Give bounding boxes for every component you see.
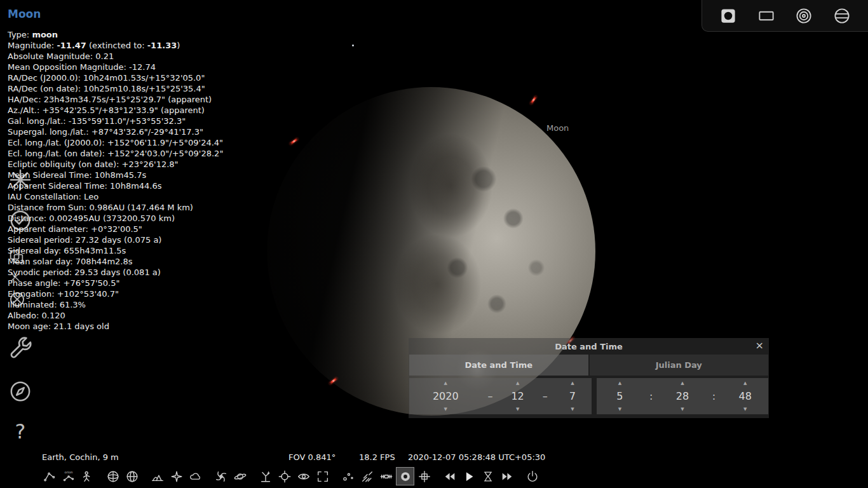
svg-text:orion: orion bbox=[64, 470, 72, 473]
ocular-settings-button[interactable] bbox=[831, 4, 853, 27]
azimuthal-grid-button[interactable] bbox=[123, 468, 140, 485]
equatorial-grid-button[interactable] bbox=[104, 468, 121, 485]
meteor-streak bbox=[530, 95, 537, 104]
hour-spinner: ▲ 5 ▼ bbox=[597, 378, 643, 414]
center-on-object-button[interactable] bbox=[276, 468, 293, 485]
constellation-lines-button[interactable] bbox=[41, 468, 58, 485]
spin-down-icon[interactable]: ▼ bbox=[618, 407, 621, 412]
info-line: Distance from Sun: 0.986AU (147.464 M km… bbox=[8, 202, 223, 213]
ocular-view-button[interactable] bbox=[397, 468, 414, 485]
meteor-streak bbox=[289, 138, 298, 145]
object-title: Moon bbox=[8, 8, 223, 20]
spin-up-icon[interactable]: ▲ bbox=[571, 381, 574, 386]
info-line: Apparent Sidereal Time: 10h8m44.6s bbox=[8, 180, 223, 191]
spin-down-icon[interactable]: ▼ bbox=[516, 407, 519, 412]
info-line: RA/Dec (J2000.0): 10h24m01.53s/+15°32'05… bbox=[8, 72, 223, 83]
satellites-button[interactable] bbox=[377, 468, 395, 485]
time-play-button[interactable] bbox=[460, 468, 477, 485]
info-line: Sidereal day: 655h43m11.5s bbox=[8, 245, 223, 256]
star-dot bbox=[352, 44, 354, 46]
status-bar: Earth, Cochin, 9 m FOV 0.841° 18.2 FPS 2… bbox=[38, 451, 554, 464]
date-separator: – bbox=[537, 378, 553, 414]
constellation-art-button[interactable] bbox=[79, 468, 96, 485]
spin-up-icon[interactable]: ▲ bbox=[618, 381, 621, 386]
tab-date-and-time[interactable]: Date and Time bbox=[409, 355, 588, 376]
night-mode-button[interactable] bbox=[295, 468, 312, 485]
stellarium-screen: Moon Moon Type: moonMagnitude: -11.47 (e… bbox=[0, 0, 868, 488]
sensor-frame-toggle-button[interactable] bbox=[755, 4, 778, 27]
info-line: Phase angle: +76°57'50.5" bbox=[8, 278, 223, 288]
cardinal-points-button[interactable] bbox=[168, 468, 185, 485]
datetime-spinners: ▲ 2020 ▼ – ▲ 12 ▼ – ▲ 7 ▼ bbox=[409, 378, 769, 414]
minute-spinner: ▲ 28 ▼ bbox=[660, 378, 706, 414]
deep-sky-objects-button[interactable] bbox=[212, 468, 229, 485]
info-line: Synodic period: 29.53 days (0.081 a) bbox=[8, 267, 223, 278]
datetime-dialog-titlebar[interactable]: Date and Time × bbox=[409, 338, 769, 355]
info-line: Moon age: 21.1 days old bbox=[8, 321, 223, 332]
info-line: Sidereal period: 27.32 days (0.075 a) bbox=[8, 234, 223, 245]
time-separator: : bbox=[643, 378, 660, 414]
exoplanets-button[interactable] bbox=[339, 468, 356, 485]
info-line: Magnitude: -11.47 (extincted to: -11.33) bbox=[8, 40, 223, 51]
configuration-window-icon[interactable] bbox=[8, 334, 34, 361]
status-datetime: 2020-12-07 05:28:48 UTC+05:30 bbox=[408, 452, 545, 462]
time-now-button[interactable] bbox=[479, 468, 496, 485]
dialog-title: Date and Time bbox=[555, 342, 623, 351]
status-fov: FOV 0.841° bbox=[288, 452, 336, 462]
spin-up-icon[interactable]: ▲ bbox=[444, 381, 447, 386]
tab-julian-day[interactable]: Julian Day bbox=[590, 355, 769, 376]
info-line: Ecl. long./lat. (on date): +152°24'03.0"… bbox=[8, 148, 223, 159]
hour-value: 5 bbox=[616, 390, 623, 402]
info-line: Mean Opposition Magnitude: -12.74 bbox=[8, 62, 223, 72]
quit-button[interactable] bbox=[524, 468, 541, 485]
time-spinner-group: ▲ 5 ▼ : ▲ 28 ▼ : ▲ 48 ▼ bbox=[597, 378, 768, 414]
info-line: Supergal. long./lat.: +87°43'32.6"/-29°4… bbox=[8, 126, 223, 137]
moon-label: Moon bbox=[546, 123, 569, 133]
datetime-dialog-tabs: Date and Time Julian Day bbox=[409, 355, 769, 376]
info-line: Absolute Magnitude: 0.21 bbox=[8, 51, 223, 62]
info-line: IAU Constellation: Leo bbox=[8, 191, 223, 202]
info-line: Az./Alt.: +35°42'25.5"/+83°12'33.9" (app… bbox=[8, 105, 223, 116]
ocular-view-toggle-button[interactable] bbox=[717, 4, 740, 27]
constellation-labels-button[interactable]: orion bbox=[60, 468, 77, 485]
close-icon[interactable]: × bbox=[756, 339, 764, 351]
info-line: Mean solar day: 708h44m2.8s bbox=[8, 256, 223, 267]
info-lines: Type: moonMagnitude: -11.47 (extincted t… bbox=[8, 29, 223, 332]
meteor-showers-button[interactable] bbox=[358, 468, 376, 485]
fullscreen-button[interactable] bbox=[314, 468, 331, 485]
info-line: Ecl. long./lat. (J2000.0): +152°06'11.9"… bbox=[8, 137, 223, 148]
sensor-frame-button[interactable] bbox=[416, 468, 433, 485]
spin-down-icon[interactable]: ▼ bbox=[743, 407, 747, 412]
bottom-toolbar: orion bbox=[38, 464, 554, 488]
info-line: Type: moon bbox=[8, 29, 223, 40]
spin-up-icon[interactable]: ▲ bbox=[516, 381, 519, 386]
info-line: RA/Dec (on date): 10h25m10.18s/+15°25'35… bbox=[8, 83, 223, 94]
info-line: Albedo: 0.120 bbox=[8, 310, 223, 321]
spin-up-icon[interactable]: ▲ bbox=[743, 381, 747, 386]
ground-button[interactable] bbox=[149, 468, 166, 485]
date-separator: – bbox=[482, 378, 498, 414]
time-rewind-button[interactable] bbox=[441, 468, 458, 485]
info-line: HA/Dec: 23h43m34.75s/+15°25'29.7" (appar… bbox=[8, 94, 223, 105]
atmosphere-button[interactable] bbox=[187, 468, 204, 485]
day-value: 7 bbox=[569, 390, 576, 402]
mount-switch-button[interactable] bbox=[257, 468, 274, 485]
help-window-icon[interactable]: ? bbox=[8, 418, 33, 444]
spin-up-icon[interactable]: ▲ bbox=[681, 381, 684, 386]
info-line: Gal. long./lat.: -135°59'11.0"/+53°55'32… bbox=[8, 116, 223, 126]
second-spinner: ▲ 48 ▼ bbox=[722, 378, 768, 414]
info-line: Ecliptic obliquity (on date): +23°26'12.… bbox=[8, 159, 223, 170]
spin-down-icon[interactable]: ▼ bbox=[681, 407, 684, 412]
info-line: Elongation: +102°53'40.7" bbox=[8, 288, 223, 299]
time-forward-button[interactable] bbox=[498, 468, 515, 485]
datetime-dialog: Date and Time × Date and Time Julian Day… bbox=[409, 338, 769, 418]
month-value: 12 bbox=[511, 390, 524, 402]
date-spinner-group: ▲ 2020 ▼ – ▲ 12 ▼ – ▲ 7 ▼ bbox=[409, 378, 592, 414]
planets-labels-button[interactable] bbox=[231, 468, 248, 485]
second-value: 48 bbox=[739, 390, 752, 402]
location-window-icon[interactable] bbox=[8, 379, 33, 404]
year-value: 2020 bbox=[433, 390, 459, 402]
telrad-toggle-button[interactable] bbox=[792, 4, 815, 27]
spin-down-icon[interactable]: ▼ bbox=[444, 407, 447, 412]
spin-down-icon[interactable]: ▼ bbox=[571, 407, 574, 412]
